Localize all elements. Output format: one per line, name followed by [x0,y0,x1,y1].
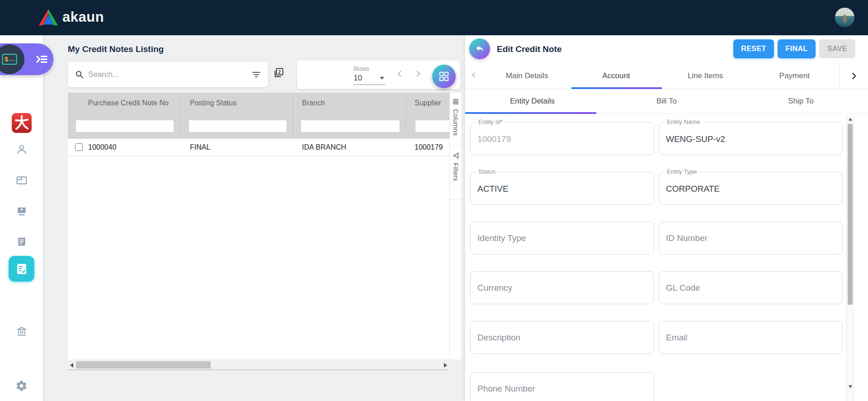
row-checkbox[interactable] [75,143,83,151]
cell-supplier-id: 1000179 [415,139,443,156]
table-header: Purchase Credit Note No Posting Status B… [68,93,449,139]
sidebar-item-banking[interactable] [0,326,43,339]
bank-icon [16,326,28,337]
grid-icon [438,71,450,82]
money-check-icon[interactable]: $ [0,44,24,74]
active-subtab-indicator [465,112,596,114]
vertical-scrollbar[interactable] [846,115,854,401]
scrollbar-thumb[interactable] [76,361,211,368]
back-button[interactable] [469,38,490,59]
column-header[interactable]: Posting Status [190,93,236,113]
back-arrow-icon [474,43,485,54]
editor-tabs: Main Details Account Line Items Payment [465,63,868,89]
column-filter-input[interactable] [415,120,449,132]
app-icon [12,113,32,133]
filter-funnel-icon [452,152,459,159]
currency-field[interactable]: Currency [470,271,654,304]
chevron-down-icon [380,77,384,80]
sidebar-item-credit-notes-active[interactable] [9,256,34,282]
tab-account[interactable]: Account [571,71,660,80]
app-window: akaun $ [0,0,868,401]
doc-check-active-icon [15,262,28,276]
columns-icon [452,98,459,105]
quick-access-pill[interactable]: $ [0,43,53,75]
email-field[interactable]: Email [659,321,843,354]
scroll-up-icon[interactable] [849,118,852,121]
brand-logo[interactable]: akaun [39,8,104,26]
search-bar [68,61,268,87]
subtab-entity-details[interactable]: Entity Details [465,97,599,106]
next-page-button[interactable] [413,68,423,81]
tab-line-items[interactable]: Line Items [661,71,750,80]
description-field[interactable]: Description [470,321,654,354]
id-number-field[interactable]: ID Number [659,222,843,255]
credit-notes-table: Purchase Credit Note No Posting Status B… [68,93,449,359]
column-header[interactable]: Purchase Credit Note No [88,93,169,113]
filters-tool-tab[interactable]: Filters [450,146,462,200]
tab-main-details[interactable]: Main Details [482,71,571,80]
entity-name-field[interactable]: Entity Name WENG-SUP-v2 [659,122,843,155]
receipt-icon [16,236,28,248]
pages-icon[interactable]: 2 [273,67,284,80]
svg-text:$: $ [5,56,8,63]
search-icon [75,70,84,79]
sidebar-item-contacts[interactable] [0,144,43,157]
scroll-right-icon[interactable] [444,363,447,368]
rows-label: Rows [354,65,369,72]
tab-payment[interactable]: Payment [750,71,839,80]
gl-code-field[interactable]: GL Code [659,271,843,304]
user-avatar[interactable] [834,7,855,28]
sidebar-item-app[interactable] [0,113,43,135]
sidebar-item-invoices[interactable] [0,236,43,250]
entity-id-field[interactable]: Entity Id* 1000179 [470,122,654,155]
phone-number-field[interactable]: Phone Number [470,372,654,401]
column-divider [180,96,180,135]
menu-expand-icon[interactable] [34,52,49,68]
scroll-down-icon[interactable] [849,385,852,388]
sidebar-item-accounts[interactable] [0,175,43,188]
sidebar [0,35,43,401]
brand-triangle-icon [39,8,58,26]
person-icon [16,144,28,156]
entity-type-field[interactable]: Entity Type CORPORATE [659,172,843,205]
columns-tool-tab[interactable]: Columns [450,93,462,146]
editor-title: Edit Credit Note [497,44,562,54]
sidebar-item-pos[interactable] [0,205,43,219]
listing-title: My Credit Notes Listing [68,44,164,54]
tabs-scroll-right[interactable] [839,63,868,89]
edit-credit-note-panel: Edit Credit Note RESET FINAL SAVE Main D… [465,35,868,401]
column-divider [293,96,293,135]
table-tools-strip: Columns Filters [449,93,461,359]
horizontal-scrollbar[interactable] [68,359,449,370]
rows-per-page-select[interactable]: 10 [354,74,385,85]
scroll-left-icon[interactable] [70,363,73,368]
table-row[interactable]: 1000040 FINAL IDA BRANCH 1000179 [68,139,449,156]
credit-notes-listing-panel: My Credit Notes Listing 2 Rows 10 [67,41,460,373]
svg-text:2: 2 [278,69,281,75]
cell-credit-note-no: 1000040 [88,139,116,156]
reset-button[interactable]: RESET [733,39,774,58]
terminal-icon [16,205,28,217]
column-filter-input[interactable] [189,120,287,132]
scrollbar-thumb[interactable] [848,124,853,305]
column-filter-input[interactable] [75,120,174,132]
column-header[interactable]: Branch [302,93,325,113]
save-button[interactable]: SAVE [819,39,855,58]
column-filter-input[interactable] [301,120,400,132]
cell-branch: IDA BRANCH [302,139,346,156]
column-header[interactable]: Supplier ID [415,93,449,113]
grid-view-button[interactable] [432,65,456,88]
cell-posting-status: FINAL [190,139,210,156]
sidebar-item-settings[interactable] [0,380,43,394]
sort-filter-icon[interactable] [252,71,261,78]
brand-name: akaun [62,9,104,25]
final-button[interactable]: FINAL [778,39,816,58]
status-field[interactable]: Status ACTIVE [470,172,654,205]
prev-page-button[interactable] [395,68,405,81]
subtab-ship-to[interactable]: Ship To [734,97,868,106]
tabs-scroll-left[interactable] [465,71,482,81]
search-input[interactable] [88,70,252,79]
column-divider [406,96,406,135]
identity-type-field[interactable]: Identity Type [470,222,654,255]
subtab-bill-to[interactable]: Bill To [599,97,734,106]
